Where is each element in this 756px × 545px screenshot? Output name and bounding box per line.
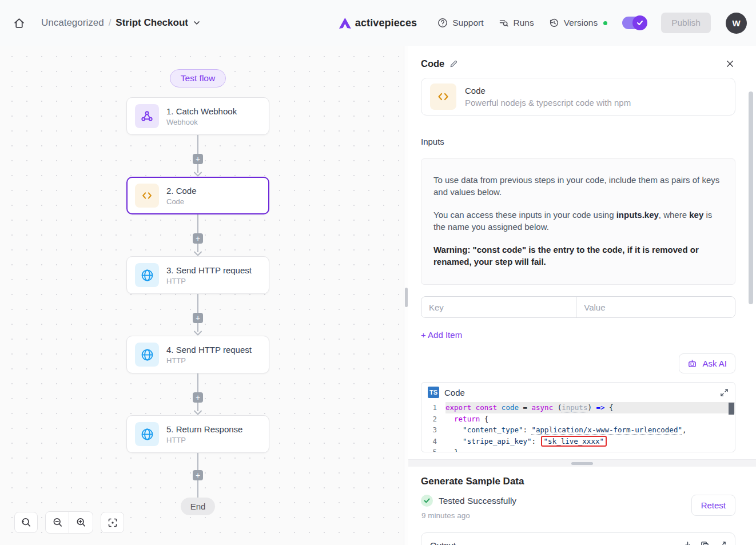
test-status: Tested Successfully — [439, 496, 516, 506]
output-box: Output — [421, 532, 735, 545]
app-root: Uncategorized / Stript Checkout activepi… — [0, 0, 756, 545]
versions-label: Versions — [564, 18, 598, 28]
flow-connector: + — [193, 294, 203, 336]
flow-canvas[interactable]: Test flow 1. Catch WebhookWebhook+2. Cod… — [0, 46, 404, 545]
close-icon — [726, 59, 734, 68]
test-timestamp: 9 minutes ago — [421, 511, 691, 520]
output-heading: Output — [430, 540, 456, 545]
zoom-out-button[interactable] — [46, 512, 69, 533]
flow-steps: 1. Catch WebhookWebhook+2. CodeCode+3. S… — [126, 97, 269, 498]
chevron-down-icon — [193, 19, 201, 27]
step-subtitle: Webhook — [166, 118, 237, 126]
arrow-down-icon — [193, 173, 202, 177]
flow-step-1[interactable]: 1. Catch WebhookWebhook — [126, 97, 269, 135]
code-lines: 1export const code = async (inputs) => {… — [421, 402, 735, 452]
zoom-in-icon — [75, 517, 86, 528]
add-step-button[interactable]: + — [193, 470, 203, 480]
code-piece-icon — [430, 83, 456, 110]
panel-resizer[interactable] — [404, 46, 408, 545]
copy-output-button[interactable] — [701, 541, 709, 545]
section-divider — [408, 459, 756, 467]
edit-name-icon[interactable] — [449, 59, 458, 68]
robot-icon — [687, 359, 697, 368]
add-step-button[interactable]: + — [193, 392, 203, 403]
reset-zoom-button[interactable] — [14, 512, 38, 533]
flow-step-4[interactable]: 4. Send HTTP requestHTTP — [126, 336, 269, 373]
flow-connector: + — [193, 135, 203, 177]
test-flow-button[interactable]: Test flow — [170, 69, 226, 87]
flow-step-3[interactable]: 3. Send HTTP requestHTTP — [126, 256, 269, 294]
http-icon — [135, 263, 159, 287]
code-line-1: 1export const code = async (inputs) => { — [421, 402, 735, 413]
add-step-button[interactable]: + — [193, 154, 203, 164]
webhook-icon — [135, 104, 159, 128]
section-drag-handle[interactable] — [571, 462, 593, 465]
ask-ai-button[interactable]: Ask AI — [679, 353, 735, 373]
flow-enabled-toggle[interactable] — [622, 17, 646, 29]
support-button[interactable]: Support — [437, 18, 483, 28]
history-icon — [549, 18, 559, 28]
flow-end-node: End — [181, 498, 216, 515]
zoom-in-button[interactable] — [69, 512, 93, 533]
versions-button[interactable]: Versions — [549, 18, 598, 28]
add-step-button[interactable]: + — [193, 233, 203, 244]
panel-title: Code — [421, 58, 444, 69]
draft-status-dot — [603, 21, 607, 25]
code-editor[interactable]: 1export const code = async (inputs) => {… — [421, 402, 735, 452]
support-label: Support — [452, 18, 483, 28]
close-panel-button[interactable] — [725, 58, 735, 69]
fit-view-icon — [108, 518, 118, 528]
step-subtitle: Code — [166, 197, 197, 206]
inputs-heading: Inputs — [421, 137, 735, 146]
flow-connector: + — [193, 214, 203, 256]
panel-resizer-handle[interactable] — [405, 288, 408, 307]
flow-step-2[interactable]: 2. CodeCode — [126, 177, 269, 214]
zoom-button-group — [45, 511, 93, 534]
zoom-out-icon — [52, 517, 63, 528]
ask-ai-label: Ask AI — [702, 359, 727, 368]
http-icon — [135, 422, 159, 446]
flow-name-menu[interactable]: Stript Checkout — [116, 17, 201, 29]
flow-connector: + — [193, 373, 203, 415]
code-fullscreen-button[interactable] — [720, 388, 729, 397]
activepieces-logo-icon — [339, 18, 351, 29]
code-line-3: 3 "content_type": "application/x-www-for… — [421, 424, 735, 436]
step-title: 4. Send HTTP request — [166, 345, 252, 355]
step-subtitle: HTTP — [166, 436, 242, 444]
flow-name: Stript Checkout — [116, 17, 188, 29]
expand-output-button[interactable] — [718, 541, 726, 545]
code-editor-label: Code — [444, 388, 465, 397]
publish-button[interactable]: Publish — [661, 13, 711, 33]
panel-scrollbar[interactable] — [749, 92, 753, 304]
add-item-button[interactable]: + Add Item — [421, 330, 462, 340]
breadcrumb-separator: / — [109, 17, 112, 29]
retest-button[interactable]: Retest — [691, 495, 735, 516]
step-title: 1. Catch Webhook — [166, 106, 237, 116]
home-icon — [13, 17, 25, 29]
step-title: 5. Return Response — [166, 424, 242, 434]
top-header: Uncategorized / Stript Checkout activepi… — [0, 0, 756, 46]
key-input[interactable] — [421, 297, 576, 317]
download-output-button[interactable] — [683, 541, 692, 545]
arrow-down-icon — [193, 332, 202, 336]
fit-view-button[interactable] — [101, 512, 124, 533]
piece-title: Code — [465, 86, 631, 96]
editor-scrollbar[interactable] — [729, 403, 734, 415]
copy-icon — [701, 541, 709, 545]
avatar[interactable]: W — [726, 13, 747, 34]
toggle-knob — [632, 15, 647, 30]
piece-info-card: Code Powerful nodejs & typescript code w… — [421, 78, 735, 116]
input-pair-row — [421, 296, 735, 318]
add-step-button[interactable]: + — [193, 313, 203, 323]
flow-step-5[interactable]: 5. Return ResponseHTTP — [126, 415, 269, 453]
value-input[interactable] — [576, 297, 735, 317]
logo-text: activepieces — [355, 17, 417, 29]
canvas-controls — [14, 511, 124, 534]
step-title: 3. Send HTTP request — [166, 265, 252, 275]
runs-button[interactable]: Runs — [499, 18, 534, 28]
home-button[interactable] — [9, 13, 29, 33]
code-line-4: 4 "stripe_api_key": "sk_live_xxxx" — [421, 436, 735, 447]
breadcrumb-category[interactable]: Uncategorized — [41, 17, 104, 29]
step-settings-panel: Code Code Powerful nodejs & typescript c… — [408, 46, 756, 545]
runs-search-icon — [499, 18, 509, 28]
